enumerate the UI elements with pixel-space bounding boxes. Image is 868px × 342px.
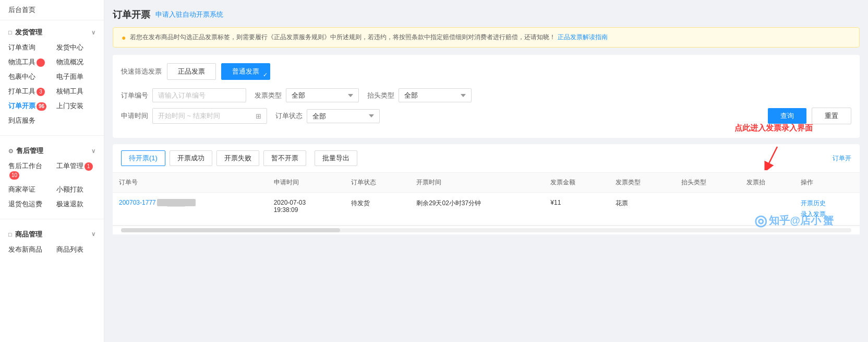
btn-enter-invoice[interactable]: 录入发票: [801, 210, 853, 219]
reset-button[interactable]: 重置: [812, 108, 851, 124]
th-invoice-header: 发票抬: [740, 173, 794, 193]
header-type-field: 抬头类型 全部: [367, 88, 472, 102]
invoice-type-select[interactable]: 全部: [286, 88, 359, 102]
sidebar-item-merchant-evidence[interactable]: 商家举证: [4, 182, 52, 197]
header-type-select[interactable]: 全部: [399, 88, 472, 102]
sidebar-item-small-payment[interactable]: 小额打款: [52, 182, 100, 197]
tab-success[interactable]: 开票成功: [170, 150, 212, 166]
th-header-type: 抬头类型: [675, 173, 740, 193]
sidebar-section-aftersale: ⊙ 售后管理 ∨ 售后工作台10 工单管理1 商家举证 小额打款 退货包运费 极…: [0, 139, 104, 216]
invoice-badge: 96: [37, 102, 46, 111]
sidebar-section-delivery-label: 发货管理: [15, 28, 91, 37]
sidebar-delivery-items: 订单查询 发货中心 物流工具 物流概况 包裹中心 电子面单 打单工具3 核销工具…: [0, 40, 104, 128]
alert-text: 若您在发布商品时勾选正品发票标签，则需要履行《正品发票服务规则》中所述规则，若违…: [130, 33, 607, 42]
invoice-type-field: 发票类型 全部: [255, 88, 359, 102]
order-status-field: 订单状态 全部: [275, 109, 380, 123]
th-order-no: 订单号: [113, 173, 268, 193]
apply-time-picker[interactable]: 开始时间 ~ 结束时间 ⊞: [152, 108, 267, 124]
td-amount: ¥11: [544, 193, 609, 226]
table-row: 200703-1777████ 2020-07-0319:38:09 待发货 剩…: [113, 193, 860, 226]
calendar-icon: ⊞: [256, 112, 261, 120]
th-invoice-time: 开票时间: [410, 173, 544, 193]
sidebar: 后台首页 □ 发货管理 ∨ 订单查询 发货中心 物流工具 物流概况 包裹中心 电…: [0, 0, 104, 342]
sidebar-item-print-tool[interactable]: 打单工具3: [4, 84, 52, 99]
filter-quick-row: 快速筛选发票 正品发票 普通发票: [121, 63, 851, 80]
order-no-field: 订单编号: [121, 88, 246, 102]
th-actions: 操作: [794, 173, 860, 193]
divider-1: [0, 135, 104, 136]
filter-row-1: 订单编号 发票类型 全部 抬头类型 全部: [121, 88, 851, 102]
invoice-type-label: 发票类型: [255, 91, 282, 100]
products-icon: □: [8, 231, 12, 238]
sidebar-item-logistics-tool[interactable]: 物流工具: [4, 55, 52, 69]
td-invoice-time: 剩余29天02小时37分钟: [410, 193, 544, 226]
main-content: 订单开票 申请入驻自动开票系统 ● 若您在发布商品时勾选正品发票标签，则需要履行…: [104, 0, 868, 342]
alert-text-content: 若您在发布商品时勾选正品发票标签，则需要履行《正品发票服务规则》中所述规则，若违…: [130, 33, 556, 41]
sidebar-section-aftersale-label: 售后管理: [16, 146, 91, 156]
sidebar-item-publish-product[interactable]: 发布新商品: [4, 242, 52, 257]
scroll-bar[interactable]: [121, 228, 851, 232]
aftersale-badge: 10: [9, 171, 19, 180]
apply-time-field: 申请时间 开始时间 ~ 结束时间 ⊞: [121, 108, 267, 124]
query-button[interactable]: 查询: [768, 108, 806, 124]
sidebar-item-electronic-bill[interactable]: 电子面单: [52, 69, 100, 84]
btn-invoice-history[interactable]: 开票历史: [801, 199, 853, 208]
th-invoice-type: 发票类型: [609, 173, 674, 193]
tab-failed[interactable]: 开票失败: [216, 150, 259, 166]
sidebar-section-products-header[interactable]: □ 商品管理 ∨: [0, 227, 104, 242]
workorder-badge: 1: [85, 162, 93, 171]
td-apply-time: 2020-07-0319:38:09: [268, 193, 345, 226]
sidebar-item-home-install[interactable]: 上门安装: [52, 99, 100, 113]
apply-time-label: 申请时间: [121, 111, 148, 121]
action-btns: 开票历史 录入发票: [801, 199, 853, 219]
sidebar-item-order-query[interactable]: 订单查询: [4, 40, 52, 55]
sidebar-section-delivery-header[interactable]: □ 发货管理 ∨: [0, 25, 104, 40]
sidebar-item-invoice[interactable]: 订单开票96: [4, 99, 52, 113]
date-placeholder: 开始时间 ~ 结束时间: [158, 111, 220, 121]
page-title: 订单开票: [113, 8, 150, 21]
td-order-status: 待发货: [345, 193, 410, 226]
table-header-row: 订单号 申请时间 订单状态 开票时间 发票金额 发票类型 抬头类型 发票抬 操作: [113, 173, 860, 193]
sidebar-section-aftersale-header[interactable]: ⊙ 售后管理 ∨: [0, 143, 104, 159]
th-amount: 发票金额: [544, 173, 609, 193]
table-tabs: 待开票(1) 开票成功 开票失败 暂不开票 批量导出 订单开: [113, 144, 860, 173]
tab-postpone[interactable]: 暂不开票: [263, 150, 306, 166]
sidebar-item-package-center[interactable]: 包裹中心: [4, 69, 52, 84]
sidebar-item-logistics-overview[interactable]: 物流概况: [52, 55, 100, 69]
sidebar-item-aftersale-workbench[interactable]: 售后工作台10: [4, 159, 52, 182]
subtitle-link[interactable]: 申请入驻自动开票系统: [155, 10, 223, 19]
delivery-icon: □: [8, 29, 12, 36]
entry-hint: 订单开: [833, 154, 851, 163]
sidebar-section-delivery: □ 发货管理 ∨ 订单查询 发货中心 物流工具 物流概况 包裹中心 电子面单 打…: [0, 20, 104, 132]
order-status-select[interactable]: 全部: [307, 109, 380, 123]
btn-export[interactable]: 批量导出: [315, 150, 357, 166]
sidebar-item-fast-refund[interactable]: 极速退款: [52, 197, 100, 211]
sidebar-item-cancel-tool[interactable]: 核销工具: [52, 84, 100, 99]
header-type-label: 抬头类型: [367, 91, 394, 100]
sidebar-item-ship-center[interactable]: 发货中心: [52, 40, 100, 55]
td-invoice-header: [740, 193, 794, 226]
sidebar-home-link[interactable]: 后台首页: [0, 0, 104, 20]
alert-link[interactable]: 正品发票解读指南: [558, 33, 608, 41]
btn-authentic-invoice[interactable]: 正品发票: [167, 63, 216, 80]
sidebar-item-product-list[interactable]: 商品列表: [52, 242, 100, 257]
order-no-input[interactable]: [152, 88, 246, 102]
tab-pending[interactable]: 待开票(1): [121, 150, 165, 166]
td-order-no: 200703-1777████: [113, 193, 268, 226]
order-no-label: 订单编号: [121, 91, 148, 100]
aftersale-icon: ⊙: [8, 148, 13, 155]
delivery-chevron-icon: ∨: [91, 29, 95, 36]
order-no-link[interactable]: 200703-1777████: [119, 199, 196, 206]
sidebar-item-workorder[interactable]: 工单管理1: [52, 159, 100, 182]
page-title-row: 订单开票 申请入驻自动开票系统: [113, 8, 860, 21]
products-chevron-icon: ∨: [91, 231, 95, 238]
sidebar-item-return-freight[interactable]: 退货包运费: [4, 197, 52, 211]
filter-row-2: 申请时间 开始时间 ~ 结束时间 ⊞ 订单状态 全部 查询 重置: [121, 108, 851, 124]
data-table: 订单号 申请时间 订单状态 开票时间 发票金额 发票类型 抬头类型 发票抬 操作: [113, 173, 860, 226]
scroll-bar-row: [113, 226, 860, 234]
divider-2: [0, 219, 104, 219]
alert-icon: ●: [122, 33, 126, 42]
sidebar-item-store-service[interactable]: 到店服务: [4, 113, 52, 128]
table-card: 点此进入发票录入界面 待开票(1) 开票成功 开票失败 暂不开票 批量导出 订单…: [113, 144, 860, 234]
btn-ordinary-invoice[interactable]: 普通发票: [221, 63, 270, 80]
